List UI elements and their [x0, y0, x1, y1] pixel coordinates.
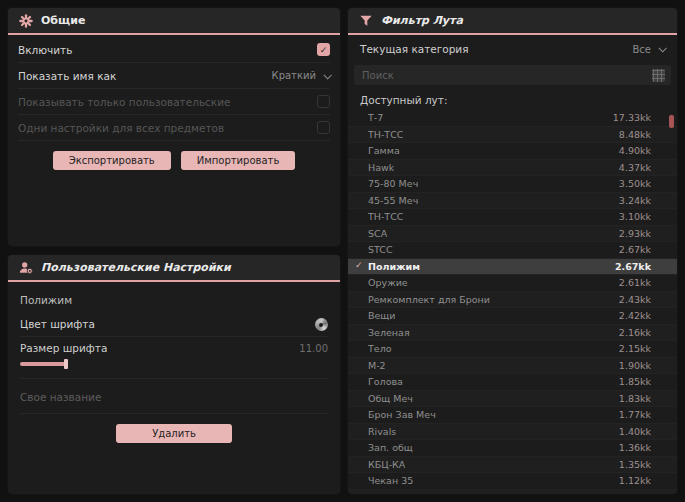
loot-item-row[interactable]: Ремкомплект для Брони 2.43kk: [348, 292, 677, 309]
scrollbar-thumb[interactable]: [669, 115, 674, 128]
loot-list-label: Доступный лут:: [348, 91, 677, 110]
loot-item-row[interactable]: Гамма 4.90kk: [348, 143, 677, 160]
loot-item-name: Полижим: [368, 261, 420, 272]
loot-item-value: 4.90kk: [619, 145, 651, 156]
loot-item-row[interactable]: Вещи 2.42kk: [348, 308, 677, 325]
loot-item-row[interactable]: Зеленая 2.16kk: [348, 325, 677, 342]
loot-item-row[interactable]: Брон Зав Меч 1.77kk: [348, 407, 677, 424]
app-window: Общие Включить ✓ Показать имя как Кратки…: [0, 0, 685, 502]
loot-item-value: 3.10kk: [619, 211, 651, 222]
loot-item-row[interactable]: Зап. общ 1.36kk: [348, 440, 677, 457]
loot-item-row[interactable]: Т-7 17.33kk: [348, 110, 677, 127]
loot-item-value: 2.67kk: [619, 244, 651, 255]
import-button[interactable]: Импортировать: [181, 151, 296, 170]
category-select[interactable]: Все: [632, 44, 665, 55]
gear-icon: [18, 13, 33, 28]
loot-item-row[interactable]: Хлам 1.11kk: [348, 490, 677, 495]
category-row: Текущая категория Все: [348, 35, 677, 63]
loot-item-name: М-2: [368, 360, 386, 371]
loot-item-row[interactable]: Rivals 1.40kk: [348, 424, 677, 441]
name-mode-label: Показать имя как: [18, 70, 116, 82]
loot-item-value: 1.83kk: [619, 393, 651, 404]
loot-item-value: 2.16kk: [619, 327, 651, 338]
general-panel: Общие Включить ✓ Показать имя как Кратки…: [8, 8, 340, 246]
loot-item-value: 1.77kk: [619, 409, 651, 420]
loot-item-row[interactable]: Чекан 35 1.12kk: [348, 473, 677, 490]
loot-item-value: 3.50kk: [619, 178, 651, 189]
loot-item-value: 1.35kk: [619, 459, 651, 470]
loot-filter-header: Фильтр Лута: [348, 8, 677, 35]
loot-item-name: STCC: [368, 244, 393, 255]
export-button[interactable]: Экспортировать: [53, 151, 171, 170]
only-custom-checkbox: [317, 95, 330, 108]
palette-icon[interactable]: [315, 318, 328, 331]
loot-item-row[interactable]: STCC 2.67kk: [348, 242, 677, 259]
setting-row-name-mode: Показать имя как Краткий: [18, 63, 330, 89]
loot-item-name: ТН-ТСС: [368, 129, 403, 140]
general-rows: Включить ✓ Показать имя как Краткий Пока…: [8, 35, 340, 170]
search-box: [354, 65, 671, 85]
loot-item-row[interactable]: 75-80 Меч 3.50kk: [348, 176, 677, 193]
delete-button[interactable]: Удалить: [116, 424, 232, 443]
export-import-row: Экспортировать Импортировать: [18, 151, 330, 170]
general-panel-header: Общие: [8, 8, 340, 35]
setting-row-single-settings: Одни настройки для всех предметов: [18, 115, 330, 141]
loot-item-name: Hawk: [368, 162, 394, 173]
loot-item-value: 2.93kk: [619, 228, 651, 239]
loot-filter-panel: Фильтр Лута Текущая категория Все Доступ…: [348, 8, 677, 494]
loot-item-row[interactable]: ТН-ТСС 3.10kk: [348, 209, 677, 226]
grid-icon[interactable]: [652, 69, 665, 82]
single-settings-checkbox: [317, 121, 330, 134]
custom-settings-panel: Пользовательские Настройки Полижим Цвет …: [8, 255, 340, 494]
loot-item-value: 2.61kk: [619, 277, 651, 288]
loot-item-name: Общ Меч: [368, 393, 413, 404]
loot-item-row[interactable]: ✓ Полижим 2.67kk: [348, 259, 677, 276]
font-size-slider[interactable]: [20, 358, 328, 370]
loot-item-value: 2.67kk: [615, 261, 651, 272]
name-mode-select[interactable]: Краткий: [272, 70, 330, 81]
left-column: Общие Включить ✓ Показать имя как Кратки…: [8, 8, 340, 494]
category-label: Текущая категория: [360, 43, 469, 55]
font-size-value: 11.00: [299, 343, 328, 354]
loot-filter-title: Фильтр Лута: [381, 14, 463, 27]
font-color-row: Цвет шрифта: [20, 312, 328, 337]
slider-fill: [20, 362, 66, 366]
loot-item-row[interactable]: ТН-ТСС 8.48kk: [348, 127, 677, 144]
loot-item-value: 8.48kk: [619, 129, 651, 140]
loot-item-row[interactable]: М-2 1.90kk: [348, 358, 677, 375]
loot-item-value: 2.43kk: [619, 294, 651, 305]
check-icon: ✓: [355, 260, 363, 270]
loot-item-name: Оружие: [368, 277, 408, 288]
loot-item-name: Rivals: [368, 426, 396, 437]
loot-list-wrap: Т-7 17.33kk ТН-ТСС 8.48kk Гамма 4.90kk H…: [348, 110, 677, 494]
loot-item-value: 1.11kk: [619, 492, 651, 494]
loot-item-row[interactable]: SCA 2.93kk: [348, 226, 677, 243]
check-icon: ✓: [320, 45, 328, 55]
enable-checkbox[interactable]: ✓: [317, 43, 330, 56]
slider-handle[interactable]: [64, 359, 68, 369]
setting-row-enable: Включить ✓: [18, 37, 330, 63]
loot-item-value: 1.85kk: [619, 376, 651, 387]
font-size-row: Размер шрифта 11.00: [20, 337, 328, 379]
chevron-down-icon: [323, 71, 331, 79]
loot-item-name: Зап. общ: [368, 442, 413, 453]
loot-item-name: Вещи: [368, 310, 395, 321]
loot-item-row[interactable]: КБЦ-КА 1.35kk: [348, 457, 677, 474]
loot-item-row[interactable]: Тело 2.15kk: [348, 341, 677, 358]
custom-name-input[interactable]: [20, 387, 328, 414]
single-settings-label: Одни настройки для всех предметов: [18, 122, 224, 134]
loot-item-value: 1.40kk: [619, 426, 651, 437]
loot-item-name: Тело: [368, 343, 392, 354]
search-input[interactable]: [360, 69, 652, 82]
loot-item-name: Гамма: [368, 145, 400, 156]
loot-item-name: Хлам: [368, 492, 394, 494]
loot-item-row[interactable]: Hawk 4.37kk: [348, 160, 677, 177]
loot-item-row[interactable]: Общ Меч 1.83kk: [348, 391, 677, 408]
setting-row-only-custom: Показывать только пользовательские: [18, 89, 330, 115]
loot-item-row[interactable]: 45-55 Меч 3.24kk: [348, 193, 677, 210]
enable-label: Включить: [18, 44, 72, 56]
font-color-label: Цвет шрифта: [20, 318, 95, 330]
loot-item-name: Ремкомплект для Брони: [368, 294, 490, 305]
loot-item-row[interactable]: Оружие 2.61kk: [348, 275, 677, 292]
loot-item-row[interactable]: Голова 1.85kk: [348, 374, 677, 391]
